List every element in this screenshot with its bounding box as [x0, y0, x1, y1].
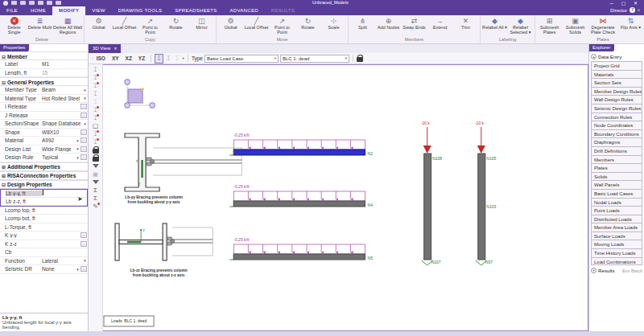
- more-button[interactable]: …: [80, 146, 87, 152]
- member-ends-icon[interactable]: ⌶: [93, 90, 97, 97]
- tab-spreadsheets[interactable]: SPREADSHEETS: [168, 6, 223, 15]
- move-global-button[interactable]: ⚙Global: [218, 16, 243, 30]
- undo-icon[interactable]: [38, 1, 43, 5]
- copy-local-offset-button[interactable]: ╱Local Offset: [112, 16, 137, 30]
- split-button[interactable]: ⋔Split: [350, 16, 375, 30]
- tab-3d-view[interactable]: 3D View✕: [89, 44, 121, 53]
- copy-rotate-button[interactable]: ↻Rotate: [163, 16, 188, 30]
- ibeam-section-yy[interactable]: z y: [125, 133, 242, 191]
- dropdown-icon[interactable]: ▾: [82, 88, 88, 92]
- section-design-properties[interactable]: ⊟Design Properties: [0, 180, 88, 189]
- toolbar-grip[interactable]: ⁞: [92, 56, 93, 61]
- explorer-item[interactable]: Drift Definitions: [591, 146, 642, 155]
- member-labels-icon[interactable]: ⌶: [93, 82, 97, 89]
- ibeam-section-zz[interactable]: z: [115, 223, 213, 260]
- batch-label[interactable]: Batch: [631, 268, 642, 273]
- dropdown-icon[interactable]: ▾: [75, 155, 80, 160]
- explorer-item[interactable]: Time History Loads: [591, 248, 642, 257]
- tab-home[interactable]: HOME: [24, 6, 52, 15]
- property-row-member-type[interactable]: Member TypeBeam▾: [0, 86, 88, 95]
- submesh-solids-button[interactable]: ▣Submesh Solids: [563, 16, 588, 35]
- explorer-item[interactable]: Distributed Loads: [591, 215, 642, 223]
- explorer-item[interactable]: Members: [591, 155, 642, 164]
- new-file-icon[interactable]: [11, 1, 17, 5]
- dropdown-icon[interactable]: ▾: [82, 258, 88, 263]
- property-row-cb[interactable]: Cb: [0, 248, 88, 257]
- explorer-item[interactable]: Member Design Rules: [591, 87, 642, 96]
- relabel-selected-button[interactable]: ◆Relabel Selected ▾: [508, 16, 533, 35]
- yz-view-button[interactable]: YZ: [136, 55, 147, 62]
- delete-multi-button[interactable]: ≣Delete Multi: [27, 16, 52, 30]
- explorer-item[interactable]: Member Area Loads: [591, 223, 642, 232]
- model-canvas[interactable]: z y Lb-yy Bracing prevents column from b…: [103, 64, 588, 331]
- property-row-j-release[interactable]: J Release…: [0, 112, 88, 121]
- explorer-item[interactable]: Wall Panels: [591, 180, 642, 189]
- load-type-select[interactable]: Basic Load Case▾: [204, 55, 279, 63]
- explorer-item[interactable]: Plates: [591, 163, 642, 172]
- lock-view-icon[interactable]: [357, 57, 363, 62]
- section-risaconnection-properties[interactable]: ⊞RISAConnection Properties: [0, 171, 88, 180]
- data-entry-header[interactable]: ▲ Data Entry: [589, 51, 644, 61]
- more-button[interactable]: …: [80, 129, 87, 135]
- save-icon[interactable]: [29, 1, 35, 5]
- move-rotate-button[interactable]: ↻Rotate: [295, 16, 320, 30]
- beam-member-1[interactable]: -0.25 k/ft N2: [229, 133, 373, 156]
- column-member-1[interactable]: -10 k N108 N107: [421, 121, 443, 265]
- explorer-item[interactable]: Boundary Conditions: [591, 129, 642, 138]
- sum-icon[interactable]: Σ: [93, 186, 97, 194]
- tab-view[interactable]: VIEW: [85, 6, 112, 15]
- open-file-icon[interactable]: [20, 1, 26, 5]
- box-select-icon[interactable]: ▣: [93, 170, 98, 178]
- explorer-item[interactable]: Load Combinations: [591, 257, 642, 266]
- more-button[interactable]: …: [80, 241, 87, 247]
- explorer-item[interactable]: Surface Loads: [591, 232, 642, 240]
- close-tab-icon[interactable]: ✕: [114, 46, 117, 53]
- dropdown-icon[interactable]: ▾: [75, 146, 80, 151]
- render-mode-icon[interactable]: ⌶: [93, 66, 97, 73]
- deflection-icon[interactable]: ⌶: [93, 130, 97, 137]
- collapse-up-icon[interactable]: ▲: [591, 54, 597, 59]
- sum-selected-icon[interactable]: Σ: [93, 195, 97, 202]
- tab-modify[interactable]: MODIFY: [52, 6, 85, 15]
- plates-display-icon[interactable]: ▢: [93, 122, 98, 129]
- collapse-ribbon-icon[interactable]: ˄: [638, 8, 640, 13]
- filter-selected-icon[interactable]: [93, 180, 99, 184]
- tab-advanced[interactable]: ADVANCED: [224, 6, 265, 15]
- property-row-section-shape[interactable]: Section/ShapeShape Database▾: [0, 120, 88, 129]
- explorer-item[interactable]: Solids: [591, 172, 642, 181]
- explorer-item[interactable]: Wall Design Rules: [591, 95, 642, 104]
- explorer-item[interactable]: Node Coordinates: [591, 121, 642, 129]
- more-button[interactable]: …: [80, 266, 87, 272]
- explorer-item[interactable]: Diaphragms: [591, 137, 642, 146]
- render-full-button[interactable]: ⌶: [174, 55, 181, 63]
- lock-selection-icon[interactable]: [93, 149, 99, 154]
- member-ghost-icon[interactable]: ⌶: [93, 98, 97, 105]
- blc-select[interactable]: BLC 1: dead▾: [280, 55, 349, 63]
- property-row-material[interactable]: MaterialA992▾…: [0, 137, 88, 145]
- property-row-lb-zz[interactable]: Lb z-z, ft: [1, 198, 87, 206]
- iso-view-button[interactable]: ISO: [94, 55, 108, 62]
- beam-member-3[interactable]: -0.25 k/ft N5: [229, 237, 373, 260]
- copy-mirror-button[interactable]: ◫Mirror: [189, 16, 214, 30]
- more-button[interactable]: …: [80, 232, 87, 238]
- trim-button[interactable]: ✕Trim: [453, 16, 478, 30]
- plate-node-widget[interactable]: [125, 80, 155, 108]
- more-button[interactable]: …: [80, 104, 87, 109]
- results-display-icon[interactable]: ⌶: [93, 138, 97, 145]
- swap-ends-button[interactable]: ⇄Swap Ends: [402, 16, 427, 30]
- explorer-item[interactable]: Basic Load Cases: [591, 189, 642, 198]
- move-local-offset-button[interactable]: ╱Local Offset: [244, 16, 269, 30]
- xy-view-button[interactable]: XY: [109, 55, 122, 62]
- property-row-seismic-dr[interactable]: Seismic DRNone▾…: [0, 265, 88, 274]
- property-row-function[interactable]: FunctionLateral▾: [0, 257, 88, 266]
- relabel-all-button[interactable]: ◆Relabel All ▾: [482, 16, 507, 30]
- director-label[interactable]: Director: [610, 8, 627, 13]
- property-row-design-rule[interactable]: Design RuleTypical▾…: [0, 154, 88, 162]
- env-label[interactable]: Env: [622, 268, 630, 273]
- results-header[interactable]: ▼ Results Env Batch: [589, 265, 644, 276]
- dropdown-icon[interactable]: ▾: [82, 121, 88, 126]
- explorer-item[interactable]: Point Loads: [591, 206, 642, 215]
- submesh-plates-button[interactable]: ⊞Submesh Plates: [537, 16, 562, 35]
- explorer-item[interactable]: Nodal Loads: [591, 198, 642, 207]
- property-row-lcomp-top[interactable]: Lcomp top, ft: [0, 207, 88, 215]
